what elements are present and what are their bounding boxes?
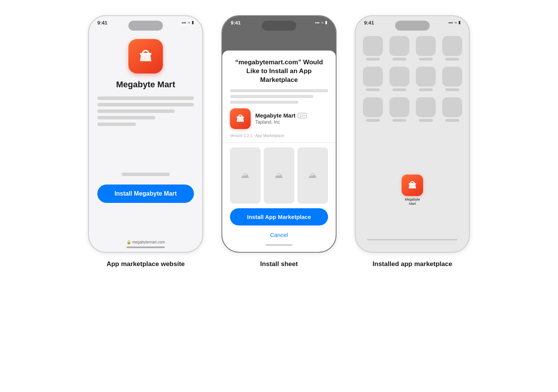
placeholder-line-3 (97, 109, 175, 113)
ghost-icon-3-4 (442, 97, 462, 122)
wifi-icon: ≈ (455, 20, 457, 25)
basket-icon-home (406, 179, 419, 191)
screenshot-1: ⛰ (230, 147, 261, 204)
app-info-name: Megabyte Mart (255, 112, 295, 119)
phone1-frame: 9:41 ▪▪▪ ≈ ▮ Megaby (88, 15, 203, 253)
phone1-container: 9:41 ▪▪▪ ≈ ▮ Megaby (88, 15, 203, 268)
phone3-container: 9:41 ▪▪▪ ≈ ▮ (355, 15, 470, 268)
ghost-label (445, 58, 459, 60)
scene: 9:41 ▪▪▪ ≈ ▮ Megaby (8, 15, 550, 268)
sheet-pl-3 (230, 101, 299, 104)
megabyte-mart-app-label: MegabyteMart (405, 198, 420, 206)
age-badge: 12+ (298, 113, 307, 118)
ghost-box (442, 97, 462, 117)
ghost-label (392, 58, 406, 60)
phone2-container: 9:41 ▪▪▪ ≈ ▮ “megabytemart.com” Would Li… (222, 15, 336, 268)
phone2-status-icons: ▪▪▪ ≈ ▮ (315, 20, 327, 25)
real-app-area: MegabyteMart (356, 175, 469, 206)
sheet-title: “megabytemart.com” Would Like to Install… (230, 58, 328, 85)
phone2-time: 9:41 (231, 20, 241, 26)
ghost-box (363, 97, 383, 117)
ghost-icon-1-1 (363, 36, 383, 60)
ghost-icon-1-3 (416, 36, 436, 60)
phone3-label: Installed app marketplace (373, 260, 452, 268)
ghost-box (389, 67, 409, 87)
app-info-name-row: Megabyte Mart 12+ (255, 112, 328, 119)
svg-rect-2 (409, 183, 416, 185)
ghost-box (442, 67, 462, 87)
ghost-icon-1-2 (389, 36, 409, 60)
ghost-label (392, 88, 406, 91)
phone3-time: 9:41 (364, 20, 374, 26)
phone3-screen: 9:41 ▪▪▪ ≈ ▮ (356, 16, 469, 252)
cancel-button[interactable]: Cancel (230, 230, 328, 240)
image-icon-1: ⛰ (241, 170, 249, 180)
screenshot-2: ⛰ (264, 147, 294, 204)
install-app-marketplace-button[interactable]: Install App Marketplace (230, 208, 328, 225)
signal-icon: ▪▪▪ (315, 20, 320, 25)
image-icon-2: ⛰ (275, 170, 283, 180)
sheet-pl-2 (230, 95, 313, 98)
signal-icon: ▪▪▪ (182, 20, 186, 25)
sheet-home-indicator (266, 244, 292, 246)
phone3-status-icons: ▪▪▪ ≈ ▮ (448, 20, 461, 25)
lock-icon: 🔒 (126, 240, 131, 244)
ghost-label (419, 119, 433, 122)
battery-icon: ▮ (325, 20, 327, 25)
phone1-site-url: 🔒 megabytemart.com (126, 240, 165, 244)
ghost-label (366, 88, 380, 91)
signal-icon: ▪▪▪ (448, 20, 453, 25)
wifi-icon: ≈ (188, 20, 190, 25)
phone3-home-indicator (367, 239, 458, 240)
placeholder-line-1 (97, 96, 194, 100)
grid-row-2 (359, 67, 465, 91)
ghost-box (416, 67, 436, 87)
app-info-dev: Tapland, Inc (255, 119, 328, 125)
battery-icon: ▮ (192, 20, 194, 25)
image-icon-3: ⛰ (309, 170, 317, 180)
phone2-dynamic-island (262, 21, 296, 31)
ghost-box (416, 36, 436, 56)
sheet-placeholder-lines (230, 89, 328, 104)
ghost-icon-3-1 (363, 97, 383, 122)
megabyte-mart-app-icon (402, 175, 423, 196)
ghost-label (419, 58, 433, 60)
svg-rect-1 (236, 116, 244, 118)
ghost-box (442, 36, 462, 56)
ghost-box (416, 97, 436, 117)
app-icon-large (128, 39, 163, 74)
battery-icon: ▮ (458, 20, 461, 25)
megabyte-mart-homescreen-icon[interactable]: MegabyteMart (401, 175, 424, 206)
phone2-frame: 9:41 ▪▪▪ ≈ ▮ “megabytemart.com” Would Li… (222, 15, 336, 253)
sheet-divider (222, 142, 336, 143)
sheet-overlay: “megabytemart.com” Would Like to Install… (222, 51, 336, 252)
svg-rect-0 (140, 53, 151, 55)
ghost-label (366, 119, 380, 122)
ghost-label (392, 119, 406, 122)
install-megabyte-mart-button[interactable]: Install Megabyte Mart (97, 185, 194, 203)
phone1-content: Megabyte Mart Install Megabyte Mart (89, 16, 202, 252)
screenshot-3: ⛰ (297, 147, 328, 204)
ghost-label (366, 58, 380, 60)
phone3-frame: 9:41 ▪▪▪ ≈ ▮ (355, 15, 470, 253)
ghost-icon-2-4 (442, 67, 462, 91)
phone1-label: App marketplace website (107, 260, 185, 268)
ghost-box (363, 67, 383, 87)
phone1-dynamic-island (128, 21, 163, 31)
ghost-icon-2-3 (416, 67, 436, 91)
placeholder-extra (97, 173, 194, 176)
placeholder-line-4 (97, 116, 155, 119)
phone2-label: Install sheet (260, 260, 298, 268)
wifi-icon: ≈ (321, 20, 323, 25)
app-info-text: Megabyte Mart 12+ Tapland, Inc (255, 112, 328, 125)
ghost-icon-2-1 (363, 67, 383, 91)
placeholder-line-6 (121, 173, 170, 176)
ghost-label (445, 88, 459, 91)
screenshots-row: ⛰ ⛰ ⛰ (230, 147, 328, 204)
ghost-label (419, 88, 433, 91)
app-icon-small (230, 108, 251, 129)
ghost-label (445, 119, 459, 122)
phone3-dynamic-island (395, 21, 430, 31)
app-info-row: Megabyte Mart 12+ Tapland, Inc (230, 108, 328, 129)
phone1-app-name: Megabyte Mart (116, 80, 175, 90)
